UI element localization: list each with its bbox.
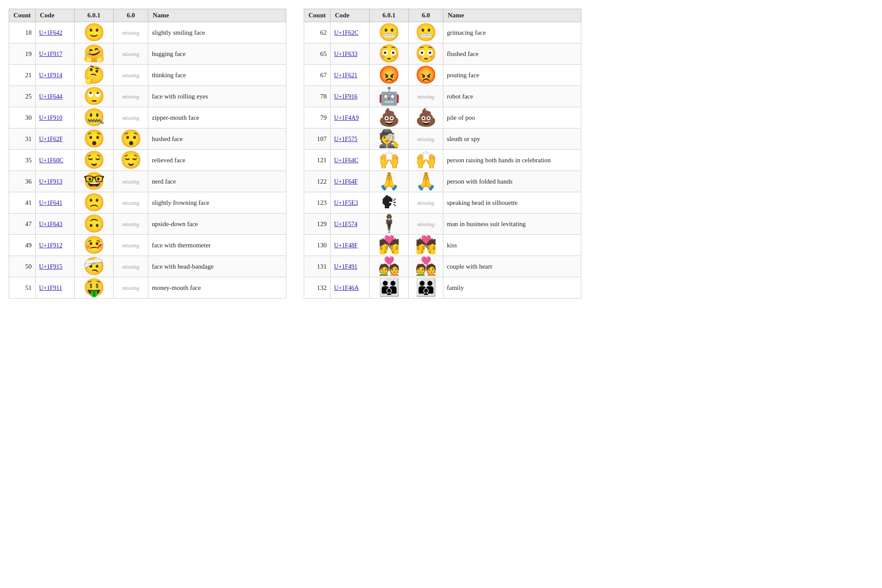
code-link[interactable]: U+1F642 (39, 30, 62, 36)
code-link[interactable]: U+1F913 (39, 178, 62, 185)
cell-code[interactable]: U+1F642 (36, 22, 75, 43)
emoji-60-image: 😬 (412, 24, 439, 41)
code-link[interactable]: U+1F914 (39, 72, 62, 79)
code-link[interactable]: U+1F46A (334, 285, 359, 291)
cell-count: 18 (9, 22, 36, 43)
cell-name: face with thermometer (148, 235, 286, 256)
code-link[interactable]: U+1F491 (334, 263, 357, 270)
cell-count: 35 (9, 150, 36, 171)
code-link[interactable]: U+1F621 (334, 72, 357, 79)
cell-code[interactable]: U+1F491 (331, 256, 370, 277)
code-link[interactable]: U+1F916 (334, 93, 357, 100)
cell-code[interactable]: U+1F48F (331, 235, 370, 256)
cell-emoji-60: missing (409, 214, 443, 235)
table-row: 123U+1F5E3🗣missingspeaking head in silho… (304, 192, 581, 214)
cell-name: pouting face (443, 65, 581, 86)
cell-code[interactable]: U+1F912 (36, 235, 75, 256)
cell-code[interactable]: U+1F643 (36, 214, 75, 235)
code-link[interactable]: U+1F64C (334, 157, 358, 164)
cell-code[interactable]: U+1F644 (36, 86, 75, 107)
cell-emoji-601: 🗣 (370, 192, 409, 214)
missing-label: missing (122, 30, 140, 36)
code-link[interactable]: U+1F4A9 (334, 115, 359, 121)
missing-label: missing (122, 115, 140, 121)
cell-emoji-60: 💑 (409, 256, 443, 277)
cell-emoji-601: 🕵 (370, 128, 409, 150)
code-link[interactable]: U+1F633 (334, 51, 357, 57)
cell-code[interactable]: U+1F916 (331, 86, 370, 107)
cell-code[interactable]: U+1F64C (331, 150, 370, 171)
code-link[interactable]: U+1F641 (39, 200, 62, 206)
cell-emoji-601: 🤔 (75, 65, 114, 86)
cell-emoji-60: missing (114, 171, 148, 192)
code-link[interactable]: U+1F62C (334, 30, 358, 36)
cell-code[interactable]: U+1F621 (331, 65, 370, 86)
table-row: 67U+1F621😡😡pouting face (304, 65, 581, 86)
table-row: 18U+1F642🙂missingslightly smiling face (9, 22, 286, 43)
header-count-1: Count (9, 9, 36, 22)
code-link[interactable]: U+1F48F (334, 242, 358, 249)
emoji-601-image: 🤓 (78, 173, 110, 190)
cell-emoji-601: 🙄 (75, 86, 114, 107)
cell-code[interactable]: U+1F574 (331, 214, 370, 235)
cell-code[interactable]: U+1F46A (331, 277, 370, 299)
code-link[interactable]: U+1F911 (39, 285, 62, 291)
cell-code[interactable]: U+1F62F (36, 128, 75, 150)
cell-name: money-mouth face (148, 277, 286, 299)
code-link[interactable]: U+1F575 (334, 136, 357, 142)
header-code-2: Code (331, 9, 370, 22)
header-name-1: Name (148, 9, 286, 22)
code-link[interactable]: U+1F64F (334, 178, 358, 185)
cell-code[interactable]: U+1F62C (331, 22, 370, 43)
code-link[interactable]: U+1F644 (39, 93, 62, 100)
cell-name: face with rolling eyes (148, 86, 286, 107)
cell-emoji-601: 🤐 (75, 107, 114, 128)
cell-code[interactable]: U+1F915 (36, 256, 75, 277)
cell-name: relieved face (148, 150, 286, 171)
code-link[interactable]: U+1F574 (334, 221, 357, 227)
cell-count: 41 (9, 192, 36, 214)
tables-wrapper: Count Code 6.0.1 6.0 Name 18U+1F642🙂miss… (9, 9, 873, 299)
cell-code[interactable]: U+1F64F (331, 171, 370, 192)
code-link[interactable]: U+1F62F (39, 136, 63, 142)
code-link[interactable]: U+1F60C (39, 157, 63, 164)
emoji-table-1: Count Code 6.0.1 6.0 Name 18U+1F642🙂miss… (9, 9, 286, 299)
cell-code[interactable]: U+1F641 (36, 192, 75, 214)
code-link[interactable]: U+1F910 (39, 115, 62, 121)
cell-count: 51 (9, 277, 36, 299)
table-row: 41U+1F641🙁missingslightly frowning face (9, 192, 286, 214)
cell-code[interactable]: U+1F633 (331, 43, 370, 65)
missing-label: missing (417, 136, 435, 142)
code-link[interactable]: U+1F5E3 (334, 200, 358, 206)
missing-label: missing (122, 200, 140, 206)
cell-code[interactable]: U+1F911 (36, 277, 75, 299)
cell-code[interactable]: U+1F917 (36, 43, 75, 65)
cell-name: thinking face (148, 65, 286, 86)
table-row: 19U+1F917🤗missinghugging face (9, 43, 286, 65)
cell-name: hugging face (148, 43, 286, 65)
missing-label: missing (122, 285, 140, 291)
table-row: 122U+1F64F🙏🙏person with folded hands (304, 171, 581, 192)
cell-emoji-60: 👪 (409, 277, 443, 299)
emoji-60-image: 🙌 (412, 151, 439, 169)
emoji-601-image: 🕴 (373, 215, 405, 233)
cell-code[interactable]: U+1F4A9 (331, 107, 370, 128)
header-60-1: 6.0 (114, 9, 148, 22)
emoji-table-2: Count Code 6.0.1 6.0 Name 62U+1F62C😬😬gri… (304, 9, 581, 299)
code-link[interactable]: U+1F917 (39, 51, 62, 57)
cell-code[interactable]: U+1F913 (36, 171, 75, 192)
code-link[interactable]: U+1F912 (39, 242, 62, 249)
cell-emoji-60: missing (114, 214, 148, 235)
cell-code[interactable]: U+1F910 (36, 107, 75, 128)
cell-code[interactable]: U+1F5E3 (331, 192, 370, 214)
cell-code[interactable]: U+1F60C (36, 150, 75, 171)
table-row: 65U+1F633😳😳flushed face (304, 43, 581, 65)
code-link[interactable]: U+1F643 (39, 221, 62, 227)
table-row: 130U+1F48F💏💏kiss (304, 235, 581, 256)
cell-code[interactable]: U+1F575 (331, 128, 370, 150)
cell-count: 67 (304, 65, 331, 86)
table-row: 107U+1F575🕵missingsleuth or spy (304, 128, 581, 150)
cell-name: grimacing face (443, 22, 581, 43)
cell-code[interactable]: U+1F914 (36, 65, 75, 86)
code-link[interactable]: U+1F915 (39, 263, 62, 270)
